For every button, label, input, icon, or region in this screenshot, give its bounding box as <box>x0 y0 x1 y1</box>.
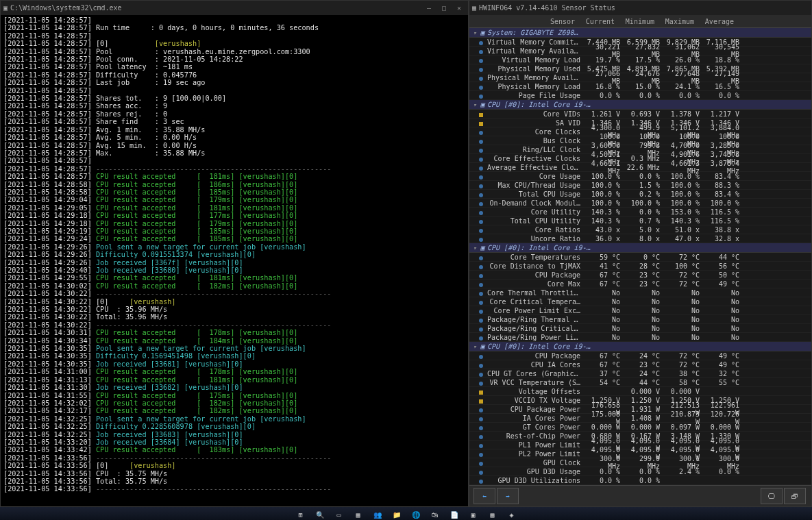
sensor-row[interactable]: Physical Memory Load16.8 %15.0 %24.1 %16… <box>469 82 811 91</box>
col-maximum[interactable]: Maximum <box>659 18 698 25</box>
sensor-row[interactable]: On-Demand Clock Modul…100.0 %100.0 %100.… <box>469 199 811 208</box>
sensor-row[interactable]: IA Cores Power175.008 W1.408 W210.873 W1… <box>469 414 811 423</box>
cmd-output: [2021-11-05 14:28:57] [2021-11-05 14:28:… <box>1 15 468 506</box>
taskbar-widgets-icon[interactable]: ▦ <box>351 507 366 520</box>
taskbar[interactable]: ⊞🔍▭▦👥📁🌐🛍📄▣▦◈ <box>0 507 812 520</box>
sensor-row[interactable]: Physical Memory Available27,066 MB24,676… <box>469 73 811 82</box>
sensor-row[interactable]: Uncore Ratio36.0 x8.0 x47.0 x32.8 x <box>469 234 811 243</box>
sensor-row[interactable]: CPU IA Cores67 °C23 °C72 °C49 °C <box>469 360 811 369</box>
sensor-row[interactable]: Max CPU/Thread Usage100.0 %1.5 %100.0 %8… <box>469 181 811 190</box>
maximize-button[interactable]: □ <box>442 4 446 12</box>
sensor-row[interactable]: Core VIDs1.261 V0.693 V1.378 V1.217 V <box>469 110 811 119</box>
col-sensor[interactable]: Sensor <box>469 18 579 25</box>
cmd-icon: ▣ <box>3 4 8 12</box>
sensor-row[interactable]: Core Temperatures59 °C0 °C72 °C44 °C <box>469 253 811 262</box>
sensor-row[interactable]: GT Cores Power0.000 W0.000 W0.097 W0.000… <box>469 423 811 432</box>
taskbar-hwinfo-icon[interactable]: ▦ <box>485 507 500 520</box>
taskbar-explorer-icon[interactable]: 📁 <box>389 507 404 520</box>
sensor-row[interactable]: CPU Package Power176.658 W1.931 W212.513… <box>469 405 811 414</box>
taskbar-notepad-icon[interactable]: 📄 <box>447 507 462 520</box>
taskbar-store-icon[interactable]: 🛍 <box>428 507 443 520</box>
hwinfo-window: ▦ HWINFO64 v7.14-4610 Sensor Status Sens… <box>469 0 812 507</box>
hwinfo-sensor-list[interactable]: ▾▣System: GIGABYTE Z690…Virtual Memory C… <box>469 28 811 485</box>
sensor-row[interactable]: Total CPU Utility140.3 %0.7 %140.3 %116.… <box>469 216 811 225</box>
taskbar-teams-icon[interactable]: 👥 <box>370 507 385 520</box>
sensor-section[interactable]: ▾▣System: GIGABYTE Z690… <box>469 28 811 38</box>
sensor-row[interactable]: Virtual Memory Available30,221 MB27,832 … <box>469 47 811 55</box>
cmd-titlebar[interactable]: ▣ C:\Windows\system32\cmd.exe — □ ✕ <box>1 1 468 15</box>
sensor-row[interactable]: Core Usage100.0 %0.0 %100.0 %83.4 % <box>469 172 811 181</box>
sensor-row[interactable]: Average Effective Clock4,661.1 MHz22.6 M… <box>469 163 811 172</box>
hwinfo-toolbar: ⬅ ➡ 🖵 🗗 <box>469 485 811 506</box>
sensor-row[interactable]: Core Distance to TjMAX41 °C28 °C100 °C56… <box>469 262 811 271</box>
sensor-row[interactable]: GPU Clock300.0 MHz299.9 MHz300.1 MHz300.… <box>469 458 811 467</box>
sensor-row[interactable]: VCCIO_TX Voltage1.250 V1.250 V1.250 V1.2… <box>469 396 811 405</box>
col-current[interactable]: Current <box>579 18 619 25</box>
taskbar-edge-icon[interactable]: 🌐 <box>408 507 423 520</box>
hwinfo-icon: ▦ <box>472 4 476 12</box>
taskbar-terminal-icon[interactable]: ▣ <box>466 507 481 520</box>
sensor-row[interactable]: Package/Ring Thermal T…NoNoNoNo <box>469 315 811 324</box>
sensor-row[interactable]: GPU D3D Utilizations0.0 %0.0 % <box>469 476 811 485</box>
sensor-row[interactable]: Core Utility140.3 %0.0 %153.0 %116.5 % <box>469 208 811 216</box>
sensor-row[interactable]: Virtual Memory Load19.7 %17.5 %26.0 %18.… <box>469 55 811 64</box>
sensor-row[interactable]: Core Ratios43.0 x5.0 x51.0 x38.8 x <box>469 225 811 234</box>
sensor-row[interactable]: Core Thermal ThrottlingNoNoNoNo <box>469 288 811 297</box>
hwinfo-titlebar[interactable]: ▦ HWINFO64 v7.14-4610 Sensor Status <box>469 1 811 15</box>
sensor-section[interactable]: ▾▣CPU [#0]: Intel Core i9-… <box>469 100 811 110</box>
screenshot-button[interactable]: 🖵 <box>761 488 783 504</box>
close-button[interactable]: ✕ <box>457 4 461 12</box>
col-average[interactable]: Average <box>698 18 738 25</box>
taskbar-search-icon[interactable]: 🔍 <box>312 507 328 520</box>
sensor-row[interactable]: VR VCC Temperature (S…54 °C44 °C58 °C55 … <box>469 378 811 387</box>
minimize-button[interactable]: — <box>427 4 431 12</box>
sensor-row[interactable]: Page File Usage0.0 %0.0 %0.0 %0.0 % <box>469 91 811 100</box>
sensor-row[interactable]: Package/Ring Critical Te…NoNoNoNo <box>469 324 811 333</box>
sensor-row[interactable]: Voltage Offsets0.000 V0.000 V <box>469 387 811 396</box>
sensor-row[interactable]: Ring/LLC Clock3,600.0 MHz799.8 MHz4,700.… <box>469 145 811 154</box>
sensor-row[interactable]: Core Max67 °C23 °C72 °C49 °C <box>469 280 811 288</box>
sensor-row[interactable]: Core Effective Clocks4,501.1 MHz0.3 MHz4… <box>469 154 811 163</box>
taskbar-start-icon[interactable]: ⊞ <box>293 507 308 520</box>
taskbar-app-icon[interactable]: ◈ <box>504 507 519 520</box>
sensor-section[interactable]: ▾▣CPU [#0]: Intel Core i9-… <box>469 342 811 351</box>
sensor-row[interactable]: CPU Package67 °C24 °C72 °C49 °C <box>469 351 811 360</box>
sensor-row[interactable]: GPU D3D Usage0.0 %0.0 %2.4 %0.0 % <box>469 467 811 476</box>
sensor-row[interactable]: Core Critical Tempera…NoNoNoNo <box>469 297 811 306</box>
hwinfo-column-headers: Sensor Current Minimum Maximum Average <box>469 15 811 28</box>
sensor-row[interactable]: Total CPU Usage100.0 %0.2 %100.0 %83.4 % <box>469 190 811 199</box>
sensor-row[interactable]: CPU GT Cores (Graphics)37 °C24 °C38 °C32… <box>469 369 811 378</box>
hwinfo-title: HWINFO64 v7.14-4610 Sensor Status <box>479 4 615 12</box>
sensor-row[interactable]: Package/Ring Power Limi…NoNoNoNo <box>469 333 811 342</box>
sensor-section[interactable]: ▾▣CPU [#0]: Intel Core i9-… <box>469 243 811 253</box>
nav-back-button[interactable]: ⬅ <box>473 488 495 504</box>
cmd-title: C:\Windows\system32\cmd.exe <box>10 4 122 12</box>
sensor-row[interactable]: CPU Package67 °C23 °C72 °C50 °C <box>469 271 811 280</box>
taskbar-task-view-icon[interactable]: ▭ <box>332 507 347 520</box>
cmd-window: ▣ C:\Windows\system32\cmd.exe — □ ✕ [202… <box>0 0 469 507</box>
nav-fwd-button[interactable]: ➡ <box>497 488 519 504</box>
layout-button[interactable]: 🗗 <box>784 488 806 504</box>
sensor-row[interactable]: Core Power Limit Exc…NoNoNoNo <box>469 306 811 315</box>
col-minimum[interactable]: Minimum <box>619 18 659 25</box>
